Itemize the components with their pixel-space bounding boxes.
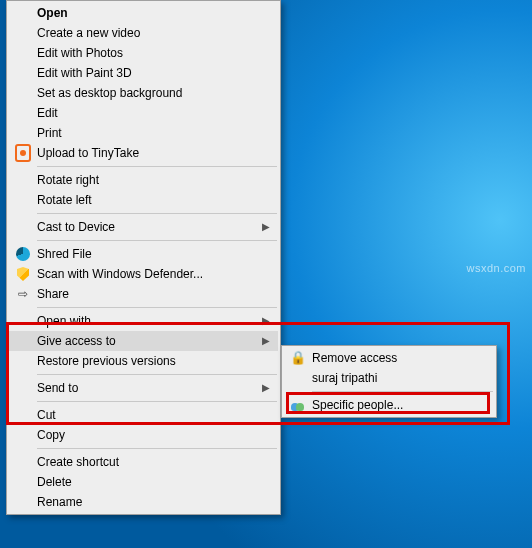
menu-print[interactable]: Print [9, 123, 278, 143]
menu-label: Print [37, 123, 62, 143]
menu-create-shortcut[interactable]: Create shortcut [9, 452, 278, 472]
menu-open[interactable]: Open [9, 3, 278, 23]
menu-tinytake[interactable]: Upload to TinyTake [9, 143, 278, 163]
separator [37, 374, 277, 375]
menu-label: Rotate right [37, 170, 99, 190]
chevron-right-icon: ▶ [262, 331, 270, 351]
separator [312, 391, 493, 392]
tinytake-icon [15, 145, 31, 161]
people-icon [290, 397, 306, 413]
separator [37, 401, 277, 402]
submenu-specific-people[interactable]: Specific people... [284, 395, 494, 415]
submenu-user[interactable]: suraj tripathi [284, 368, 494, 388]
context-menu: Open Create a new video Edit with Photos… [6, 0, 281, 515]
chevron-right-icon: ▶ [262, 217, 270, 237]
menu-label: Shred File [37, 244, 92, 264]
separator [37, 213, 277, 214]
menu-label: Edit [37, 103, 58, 123]
menu-label: Edit with Paint 3D [37, 63, 132, 83]
watermark-text: wsxdn.com [466, 262, 526, 274]
lock-icon: 🔒 [290, 350, 306, 366]
menu-share[interactable]: ⇨ Share [9, 284, 278, 304]
menu-label: Open [37, 3, 68, 23]
menu-cast[interactable]: Cast to Device ▶ [9, 217, 278, 237]
submenu-label: Specific people... [312, 395, 403, 415]
menu-label: Rename [37, 492, 82, 512]
menu-edit-paint3d[interactable]: Edit with Paint 3D [9, 63, 278, 83]
menu-cut[interactable]: Cut [9, 405, 278, 425]
menu-label: Create shortcut [37, 452, 119, 472]
menu-label: Set as desktop background [37, 83, 182, 103]
menu-rename[interactable]: Rename [9, 492, 278, 512]
menu-label: Delete [37, 472, 72, 492]
menu-defender[interactable]: Scan with Windows Defender... [9, 264, 278, 284]
menu-label: Cut [37, 405, 56, 425]
separator [37, 166, 277, 167]
menu-label: Edit with Photos [37, 43, 123, 63]
menu-label: Upload to TinyTake [37, 143, 139, 163]
separator [37, 240, 277, 241]
menu-label: Copy [37, 425, 65, 445]
menu-open-with[interactable]: Open with ▶ [9, 311, 278, 331]
shred-icon [15, 246, 31, 262]
menu-label: Rotate left [37, 190, 92, 210]
separator [37, 448, 277, 449]
menu-label: Restore previous versions [37, 351, 176, 371]
chevron-right-icon: ▶ [262, 378, 270, 398]
menu-rotate-left[interactable]: Rotate left [9, 190, 278, 210]
menu-give-access-to[interactable]: Give access to ▶ [9, 331, 278, 351]
menu-rotate-right[interactable]: Rotate right [9, 170, 278, 190]
menu-edit-photos[interactable]: Edit with Photos [9, 43, 278, 63]
menu-label: Send to [37, 378, 78, 398]
menu-shred[interactable]: Shred File [9, 244, 278, 264]
menu-label: Open with [37, 311, 91, 331]
menu-copy[interactable]: Copy [9, 425, 278, 445]
menu-label: Cast to Device [37, 217, 115, 237]
menu-label: Create a new video [37, 23, 140, 43]
menu-edit[interactable]: Edit [9, 103, 278, 123]
submenu-label: suraj tripathi [312, 368, 377, 388]
separator [37, 307, 277, 308]
menu-delete[interactable]: Delete [9, 472, 278, 492]
chevron-right-icon: ▶ [262, 311, 270, 331]
menu-label: Scan with Windows Defender... [37, 264, 203, 284]
menu-label: Share [37, 284, 69, 304]
menu-label: Give access to [37, 331, 116, 351]
menu-send-to[interactable]: Send to ▶ [9, 378, 278, 398]
menu-restore-versions[interactable]: Restore previous versions [9, 351, 278, 371]
share-icon: ⇨ [15, 286, 31, 302]
menu-create-video[interactable]: Create a new video [9, 23, 278, 43]
desktop-background: wsxdn.com Open Create a new video Edit w… [0, 0, 532, 548]
submenu-remove-access[interactable]: 🔒 Remove access [284, 348, 494, 368]
give-access-submenu: 🔒 Remove access suraj tripathi Specific … [281, 345, 497, 418]
menu-set-background[interactable]: Set as desktop background [9, 83, 278, 103]
defender-shield-icon [15, 266, 31, 282]
submenu-label: Remove access [312, 348, 397, 368]
